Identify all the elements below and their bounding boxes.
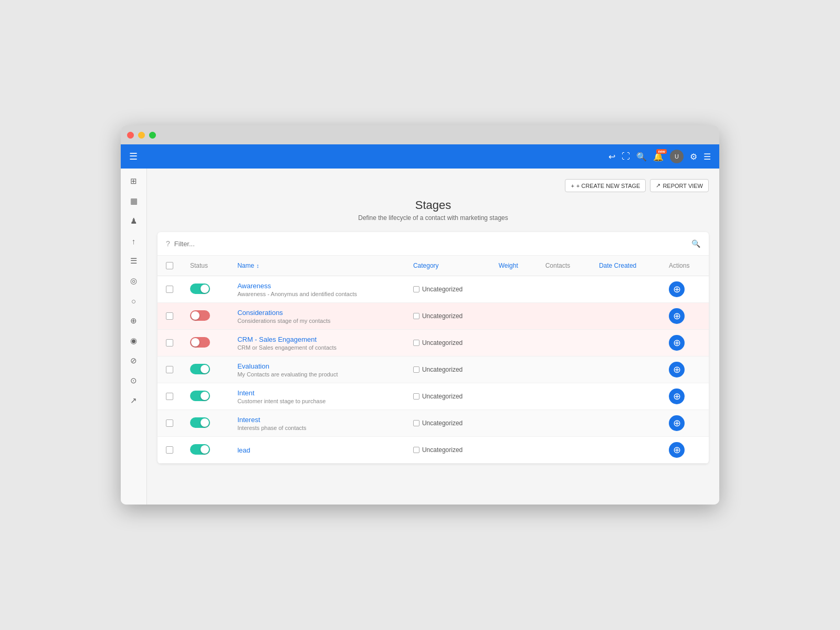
stage-name[interactable]: Evaluation	[237, 362, 396, 370]
add-action-button[interactable]: ⊕	[669, 388, 685, 404]
filter-bar: ? 🔍	[158, 232, 709, 256]
help-icon[interactable]: ?	[166, 239, 170, 248]
hamburger-icon[interactable]: ☰	[129, 151, 138, 162]
category-checkbox[interactable]	[413, 366, 419, 373]
row-checkbox[interactable]	[166, 366, 173, 373]
category-checkbox[interactable]	[413, 313, 419, 319]
notification-icon[interactable]: 🔔 new	[653, 152, 664, 162]
row-checkbox[interactable]	[166, 419, 173, 427]
stage-name[interactable]: Intent	[237, 389, 396, 397]
maximize-button[interactable]	[149, 132, 156, 139]
header-name[interactable]: Name ↕	[229, 256, 405, 276]
toggle-thumb	[191, 311, 200, 320]
row-name-cell: Awareness Awareness - Anonymus and ident…	[229, 276, 405, 303]
row-actions: ⊕	[660, 437, 709, 464]
status-toggle[interactable]	[190, 364, 210, 374]
close-button[interactable]	[127, 132, 134, 139]
status-toggle[interactable]	[190, 337, 210, 348]
filter-input[interactable]	[174, 240, 687, 248]
row-checkbox[interactable]	[166, 446, 173, 454]
category-label: Uncategorized	[422, 286, 463, 293]
header-date-created[interactable]: Date Created	[591, 256, 660, 276]
header-weight[interactable]: Weight	[490, 256, 537, 276]
add-action-button[interactable]: ⊕	[669, 281, 685, 297]
row-contacts	[537, 356, 591, 383]
report-label: REPORT VIEW	[663, 183, 703, 189]
top-bar: ☰ ↩ ⛶ 🔍 🔔 new U ⚙ ☰	[121, 144, 719, 169]
sort-icon: ↕	[256, 262, 259, 269]
sidebar-grid-icon[interactable]: ⊞	[125, 173, 142, 190]
minimize-button[interactable]	[138, 132, 145, 139]
row-checkbox[interactable]	[166, 393, 173, 400]
row-status	[182, 276, 229, 303]
sidebar-user-icon[interactable]: ♟	[125, 213, 142, 229]
fullscreen-icon[interactable]: ⛶	[622, 152, 630, 161]
plus-icon: +	[571, 183, 574, 189]
toggle-track[interactable]	[190, 391, 210, 401]
stage-description: Awareness - Anonymus and identified cont…	[237, 291, 396, 297]
back-icon[interactable]: ↩	[608, 152, 615, 162]
stage-name[interactable]: Considerations	[237, 309, 396, 317]
status-toggle[interactable]	[190, 391, 210, 401]
toggle-thumb	[201, 285, 209, 293]
select-all-checkbox[interactable]	[166, 262, 173, 269]
row-contacts	[537, 330, 591, 356]
sidebar-target-icon[interactable]: ◎	[125, 272, 142, 289]
toggle-track[interactable]	[190, 310, 210, 321]
create-new-stage-button[interactable]: + + CREATE NEW STAGE	[565, 179, 646, 192]
sidebar-block-icon[interactable]: ⊘	[125, 352, 142, 369]
row-name-cell: Interest Interests phase of contacts	[229, 410, 405, 437]
status-toggle[interactable]	[190, 444, 210, 455]
category-checkbox[interactable]	[413, 340, 419, 346]
sidebar-workflow-icon[interactable]: ⊕	[125, 312, 142, 329]
category-label: Uncategorized	[422, 366, 463, 373]
row-date-created	[591, 383, 660, 410]
stage-name[interactable]: Awareness	[237, 282, 396, 290]
header-category[interactable]: Category	[405, 256, 490, 276]
status-toggle[interactable]	[190, 284, 210, 294]
sidebar-chart-icon[interactable]: ↗	[125, 392, 142, 409]
sidebar-segment-icon[interactable]: ◉	[125, 332, 142, 349]
sidebar-time-icon[interactable]: ⊙	[125, 372, 142, 389]
search-icon[interactable]: 🔍	[691, 239, 700, 248]
search-icon[interactable]: 🔍	[636, 152, 647, 162]
category-checkbox[interactable]	[413, 393, 419, 400]
row-weight	[490, 410, 537, 437]
category-checkbox[interactable]	[413, 447, 419, 453]
report-view-button[interactable]: ↗ REPORT VIEW	[650, 179, 709, 192]
stage-name[interactable]: CRM - Sales Engagement	[237, 335, 396, 343]
add-action-button[interactable]: ⊕	[669, 362, 685, 377]
row-checkbox[interactable]	[166, 286, 173, 293]
add-action-button[interactable]: ⊕	[669, 308, 685, 324]
sidebar-rocket-icon[interactable]: ↑	[125, 233, 142, 249]
add-action-button[interactable]: ⊕	[669, 335, 685, 351]
status-toggle[interactable]	[190, 417, 210, 428]
toggle-thumb	[201, 392, 209, 400]
toggle-track[interactable]	[190, 444, 210, 455]
sidebar-clock-icon[interactable]: ○	[125, 292, 142, 309]
stage-name[interactable]: Interest	[237, 416, 396, 424]
new-badge: new	[656, 149, 667, 154]
avatar[interactable]: U	[670, 150, 684, 163]
settings-icon[interactable]: ⚙	[690, 152, 697, 162]
add-action-button[interactable]: ⊕	[669, 415, 685, 431]
toggle-track[interactable]	[190, 284, 210, 294]
page-title: Stages	[158, 198, 709, 212]
toggle-track[interactable]	[190, 417, 210, 428]
menu-icon[interactable]: ☰	[704, 152, 711, 162]
toggle-track[interactable]	[190, 364, 210, 374]
row-contacts	[537, 383, 591, 410]
toggle-track[interactable]	[190, 337, 210, 348]
add-action-button[interactable]: ⊕	[669, 442, 685, 458]
category-checkbox[interactable]	[413, 420, 419, 426]
category-checkbox[interactable]	[413, 286, 419, 292]
status-toggle[interactable]	[190, 310, 210, 321]
stage-description: Interests phase of contacts	[237, 425, 396, 431]
row-checkbox[interactable]	[166, 312, 173, 320]
sidebar-calendar-icon[interactable]: ▦	[125, 193, 142, 209]
row-category: Uncategorized	[405, 303, 490, 330]
stage-name[interactable]: lead	[237, 446, 396, 454]
row-checkbox[interactable]	[166, 339, 173, 346]
sidebar-database-icon[interactable]: ☰	[125, 253, 142, 269]
row-status	[182, 410, 229, 437]
